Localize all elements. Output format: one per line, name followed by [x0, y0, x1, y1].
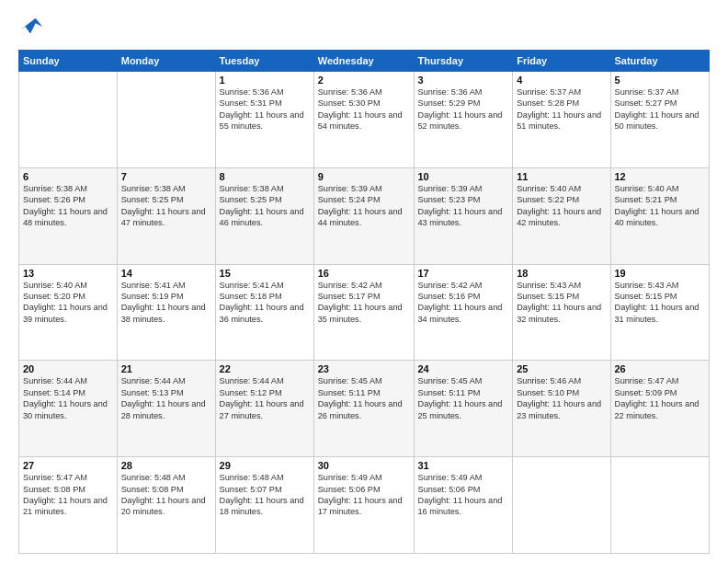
calendar-cell: 10Sunrise: 5:39 AM Sunset: 5:23 PM Dayli… [414, 167, 513, 264]
day-number: 27 [23, 460, 113, 471]
day-info: Sunrise: 5:40 AM Sunset: 5:20 PM Dayligh… [23, 280, 113, 326]
day-info: Sunrise: 5:48 AM Sunset: 5:08 PM Dayligh… [121, 472, 211, 518]
day-header: Friday [513, 51, 610, 72]
day-number: 14 [121, 268, 211, 279]
day-info: Sunrise: 5:36 AM Sunset: 5:29 PM Dayligh… [418, 86, 509, 132]
day-number: 23 [318, 363, 410, 374]
calendar-cell: 27Sunrise: 5:47 AM Sunset: 5:08 PM Dayli… [19, 457, 118, 554]
day-number: 18 [517, 268, 606, 279]
day-header: Saturday [610, 51, 710, 72]
day-number: 21 [121, 363, 211, 374]
day-number: 5 [615, 75, 706, 86]
calendar: SundayMondayTuesdayWednesdayThursdayFrid… [18, 50, 710, 554]
calendar-cell: 20Sunrise: 5:44 AM Sunset: 5:14 PM Dayli… [19, 361, 118, 457]
calendar-cell [19, 72, 118, 168]
calendar-cell: 2Sunrise: 5:36 AM Sunset: 5:30 PM Daylig… [313, 72, 414, 168]
day-info: Sunrise: 5:41 AM Sunset: 5:18 PM Dayligh… [220, 280, 310, 326]
svg-marker-0 [20, 18, 42, 34]
day-info: Sunrise: 5:45 AM Sunset: 5:11 PM Dayligh… [318, 375, 410, 421]
logo [18, 15, 48, 40]
day-info: Sunrise: 5:38 AM Sunset: 5:25 PM Dayligh… [220, 183, 310, 229]
day-number: 13 [23, 268, 113, 279]
calendar-cell: 5Sunrise: 5:37 AM Sunset: 5:27 PM Daylig… [610, 72, 710, 168]
day-number: 19 [615, 268, 706, 279]
day-info: Sunrise: 5:49 AM Sunset: 5:06 PM Dayligh… [318, 472, 410, 518]
day-number: 11 [517, 171, 606, 182]
calendar-week-row: 6Sunrise: 5:38 AM Sunset: 5:26 PM Daylig… [19, 167, 710, 264]
day-header: Wednesday [313, 51, 414, 72]
day-number: 17 [418, 268, 509, 279]
calendar-cell: 18Sunrise: 5:43 AM Sunset: 5:15 PM Dayli… [513, 264, 610, 361]
day-info: Sunrise: 5:49 AM Sunset: 5:06 PM Dayligh… [418, 472, 509, 518]
day-info: Sunrise: 5:37 AM Sunset: 5:28 PM Dayligh… [517, 86, 606, 132]
day-number: 15 [220, 268, 310, 279]
calendar-cell: 9Sunrise: 5:39 AM Sunset: 5:24 PM Daylig… [313, 167, 414, 264]
calendar-cell: 28Sunrise: 5:48 AM Sunset: 5:08 PM Dayli… [117, 457, 215, 554]
calendar-cell: 29Sunrise: 5:48 AM Sunset: 5:07 PM Dayli… [215, 457, 313, 554]
day-number: 16 [318, 268, 410, 279]
calendar-cell: 25Sunrise: 5:46 AM Sunset: 5:10 PM Dayli… [513, 361, 610, 457]
day-info: Sunrise: 5:44 AM Sunset: 5:12 PM Dayligh… [220, 375, 310, 421]
day-info: Sunrise: 5:43 AM Sunset: 5:15 PM Dayligh… [615, 280, 706, 326]
calendar-week-row: 13Sunrise: 5:40 AM Sunset: 5:20 PM Dayli… [19, 264, 710, 361]
day-info: Sunrise: 5:45 AM Sunset: 5:11 PM Dayligh… [418, 375, 509, 421]
day-number: 12 [615, 171, 706, 182]
calendar-cell: 3Sunrise: 5:36 AM Sunset: 5:29 PM Daylig… [414, 72, 513, 168]
calendar-cell: 15Sunrise: 5:41 AM Sunset: 5:18 PM Dayli… [215, 264, 313, 361]
day-info: Sunrise: 5:38 AM Sunset: 5:26 PM Dayligh… [23, 183, 113, 229]
day-number: 31 [418, 460, 509, 471]
calendar-cell: 4Sunrise: 5:37 AM Sunset: 5:28 PM Daylig… [513, 72, 610, 168]
calendar-week-row: 1Sunrise: 5:36 AM Sunset: 5:31 PM Daylig… [19, 72, 710, 168]
day-info: Sunrise: 5:43 AM Sunset: 5:15 PM Dayligh… [517, 280, 606, 326]
day-number: 22 [220, 363, 310, 374]
calendar-cell: 19Sunrise: 5:43 AM Sunset: 5:15 PM Dayli… [610, 264, 710, 361]
day-header: Monday [117, 51, 215, 72]
calendar-cell: 14Sunrise: 5:41 AM Sunset: 5:19 PM Dayli… [117, 264, 215, 361]
day-number: 26 [615, 363, 706, 374]
day-number: 8 [220, 171, 310, 182]
page: SundayMondayTuesdayWednesdayThursdayFrid… [0, 0, 728, 563]
day-info: Sunrise: 5:42 AM Sunset: 5:17 PM Dayligh… [318, 280, 410, 326]
calendar-week-row: 20Sunrise: 5:44 AM Sunset: 5:14 PM Dayli… [19, 361, 710, 457]
day-info: Sunrise: 5:46 AM Sunset: 5:10 PM Dayligh… [517, 375, 606, 421]
day-info: Sunrise: 5:41 AM Sunset: 5:19 PM Dayligh… [121, 280, 211, 326]
day-info: Sunrise: 5:42 AM Sunset: 5:16 PM Dayligh… [418, 280, 509, 326]
day-number: 10 [418, 171, 509, 182]
logo-icon [18, 15, 44, 40]
header [18, 15, 710, 40]
calendar-cell: 26Sunrise: 5:47 AM Sunset: 5:09 PM Dayli… [610, 361, 710, 457]
day-info: Sunrise: 5:37 AM Sunset: 5:27 PM Dayligh… [615, 86, 706, 132]
day-number: 1 [220, 75, 310, 86]
day-number: 25 [517, 363, 606, 374]
calendar-cell: 22Sunrise: 5:44 AM Sunset: 5:12 PM Dayli… [215, 361, 313, 457]
calendar-cell: 12Sunrise: 5:40 AM Sunset: 5:21 PM Dayli… [610, 167, 710, 264]
calendar-cell: 23Sunrise: 5:45 AM Sunset: 5:11 PM Dayli… [313, 361, 414, 457]
day-info: Sunrise: 5:44 AM Sunset: 5:13 PM Dayligh… [121, 375, 211, 421]
day-number: 6 [23, 171, 113, 182]
day-info: Sunrise: 5:47 AM Sunset: 5:09 PM Dayligh… [615, 375, 706, 421]
day-info: Sunrise: 5:38 AM Sunset: 5:25 PM Dayligh… [121, 183, 211, 229]
calendar-cell [117, 72, 215, 168]
calendar-week-row: 27Sunrise: 5:47 AM Sunset: 5:08 PM Dayli… [19, 457, 710, 554]
calendar-cell: 16Sunrise: 5:42 AM Sunset: 5:17 PM Dayli… [313, 264, 414, 361]
calendar-cell [513, 457, 610, 554]
day-info: Sunrise: 5:44 AM Sunset: 5:14 PM Dayligh… [23, 375, 113, 421]
day-number: 9 [318, 171, 410, 182]
day-header: Thursday [414, 51, 513, 72]
day-header: Sunday [19, 51, 118, 72]
day-number: 4 [517, 75, 606, 86]
calendar-cell: 30Sunrise: 5:49 AM Sunset: 5:06 PM Dayli… [313, 457, 414, 554]
day-info: Sunrise: 5:40 AM Sunset: 5:22 PM Dayligh… [517, 183, 606, 229]
calendar-cell: 24Sunrise: 5:45 AM Sunset: 5:11 PM Dayli… [414, 361, 513, 457]
day-number: 30 [318, 460, 410, 471]
calendar-cell: 21Sunrise: 5:44 AM Sunset: 5:13 PM Dayli… [117, 361, 215, 457]
day-number: 7 [121, 171, 211, 182]
day-number: 3 [418, 75, 509, 86]
day-number: 20 [23, 363, 113, 374]
calendar-cell [610, 457, 710, 554]
calendar-cell: 17Sunrise: 5:42 AM Sunset: 5:16 PM Dayli… [414, 264, 513, 361]
calendar-cell: 7Sunrise: 5:38 AM Sunset: 5:25 PM Daylig… [117, 167, 215, 264]
day-number: 28 [121, 460, 211, 471]
calendar-cell: 8Sunrise: 5:38 AM Sunset: 5:25 PM Daylig… [215, 167, 313, 264]
calendar-cell: 13Sunrise: 5:40 AM Sunset: 5:20 PM Dayli… [19, 264, 118, 361]
